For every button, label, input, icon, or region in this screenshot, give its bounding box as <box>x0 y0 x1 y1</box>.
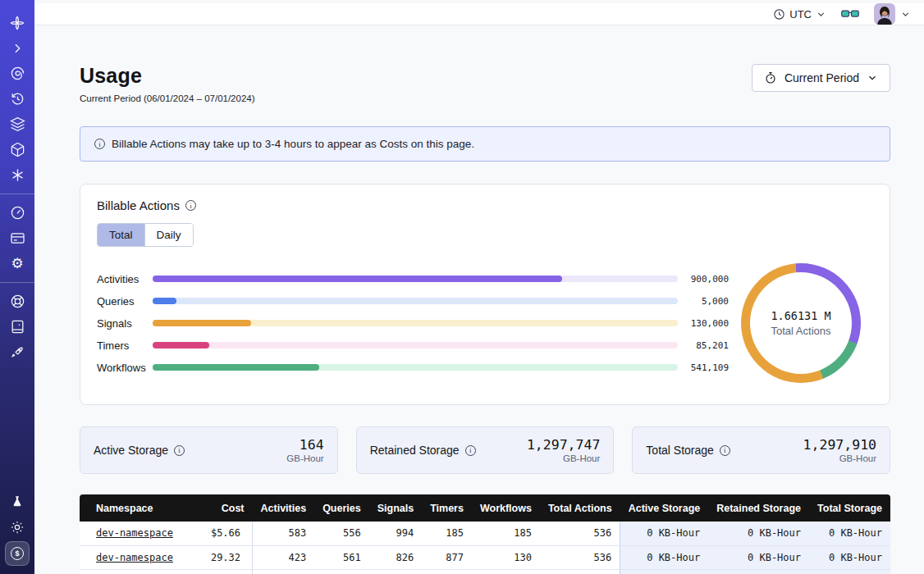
rocket-icon[interactable] <box>0 339 34 365</box>
info-icon[interactable]: i <box>720 445 730 456</box>
timezone-selector[interactable]: UTC <box>773 8 826 20</box>
bar-value: 130,000 <box>678 318 729 329</box>
stopwatch-icon <box>764 71 777 84</box>
activities-cell: 423 <box>253 545 315 569</box>
signals-cell: 883 <box>369 569 422 574</box>
history-clock-icon[interactable] <box>0 86 34 112</box>
total-actions-label: Total Actions <box>771 325 831 337</box>
chevron-down-icon <box>816 9 826 20</box>
page-header: Usage Current Period (06/01/2024 – 07/01… <box>80 64 890 103</box>
layers-icon[interactable] <box>0 112 34 137</box>
billing-card-icon[interactable] <box>0 226 34 251</box>
total-actions-cell: 536 <box>540 545 620 569</box>
active-storage-cell: 0 KB-Hour <box>620 569 709 574</box>
billable-actions-chart: Activities 900,000 Queries 5,000 Signals <box>97 263 873 383</box>
total-actions-cell: 130 <box>540 569 620 574</box>
dashboard-gauge-icon[interactable] <box>0 200 34 226</box>
storage-values: 1,297,910 GB-Hour <box>803 437 876 463</box>
billable-actions-card: Billable Actions i Total Daily Activitie… <box>80 184 890 405</box>
retained-storage-card: Retained Storage i 1,297,747 GB-Hour <box>356 426 615 474</box>
info-icon[interactable]: i <box>174 445 185 456</box>
activities-cell: 492 <box>253 569 315 574</box>
signals-cell: 994 <box>369 522 422 545</box>
cost-cell: 29.32 <box>198 545 252 569</box>
theme-sun-icon[interactable] <box>0 514 34 540</box>
support-lifebuoy-icon[interactable] <box>0 289 34 314</box>
column-header: Signals <box>369 494 422 522</box>
tab-daily[interactable]: Daily <box>144 224 193 246</box>
bar-track <box>153 298 678 304</box>
namespace-cell: dev-namespace <box>80 522 198 545</box>
total-actions-donut: 1.66131 M Total Actions <box>741 263 861 383</box>
storage-unit: GB-Hour <box>803 453 876 463</box>
chevron-down-icon <box>900 9 911 20</box>
sidebar-divider <box>0 194 34 194</box>
storage-label-row: Retained Storage i <box>370 444 476 457</box>
sidebar: ⚙ <box>0 0 34 574</box>
box-icon[interactable] <box>0 137 34 162</box>
main-column: UTC <box>34 0 924 574</box>
storage-unit: GB-Hour <box>286 453 323 463</box>
column-header: Namespace <box>80 494 198 522</box>
bar-row-timers: Timers 85,201 <box>97 335 729 357</box>
bar-label: Workflows <box>97 362 153 374</box>
storage-values: 1,297,747 GB-Hour <box>527 437 600 463</box>
column-header: Workflows <box>472 494 540 522</box>
namespace-link[interactable]: dev-namespace <box>96 552 173 563</box>
billable-actions-title: Billable Actions <box>97 198 180 212</box>
active-storage-cell: 0 KB-Hour <box>620 522 709 545</box>
table-header: Namespace Cost Activities Queries Signal… <box>80 494 890 522</box>
bar-fill <box>153 342 209 348</box>
settings-gear-icon[interactable]: ⚙ <box>0 251 34 276</box>
labs-flask-icon[interactable] <box>0 489 34 514</box>
activities-cell: 583 <box>253 522 315 545</box>
bar-track <box>153 276 678 282</box>
gear-glyph: ⚙ <box>11 257 23 271</box>
period-select-button[interactable]: Current Period <box>752 64 890 92</box>
docs-book-icon[interactable] <box>0 314 34 339</box>
storage-value: 1,297,747 <box>527 437 600 453</box>
bar-label: Signals <box>97 317 153 330</box>
account-menu[interactable] <box>874 3 911 25</box>
dollar-coin-glyph: $ <box>11 547 24 560</box>
column-header: Timers <box>422 494 472 522</box>
bar-value: 541,109 <box>678 362 729 373</box>
period-button-label: Current Period <box>784 71 859 84</box>
workflows-cell: 130 <box>472 545 540 569</box>
column-header: Activities <box>253 494 315 522</box>
bar-label: Queries <box>97 295 153 308</box>
retained-storage-cell: 0 KB-Hour <box>708 545 809 569</box>
chevron-down-icon <box>867 72 878 84</box>
cost-cell: $3.35 <box>198 569 252 574</box>
info-icon[interactable]: i <box>465 445 476 456</box>
feedback-glasses-icon[interactable] <box>841 7 859 20</box>
app-root: ⚙ <box>0 0 924 574</box>
namespaces-icon[interactable] <box>0 61 34 86</box>
storage-unit: GB-Hour <box>527 453 600 463</box>
queries-cell: 536 <box>314 569 369 574</box>
expand-chevron-icon[interactable] <box>0 35 34 61</box>
info-icon[interactable]: i <box>185 200 196 211</box>
sidebar-bottom-group: $ <box>0 489 34 566</box>
storage-value: 164 <box>286 437 323 453</box>
total-actions-cell: 536 <box>540 522 620 545</box>
page-title: Usage <box>80 64 255 88</box>
queries-cell: 561 <box>314 545 369 569</box>
clock-icon <box>773 8 785 20</box>
tab-total[interactable]: Total <box>98 224 144 246</box>
temporal-logo-icon[interactable] <box>0 10 34 35</box>
retained-storage-cell: 0 KB-Hour <box>708 569 809 574</box>
nexus-asterisk-icon[interactable] <box>0 162 34 188</box>
timezone-label: UTC <box>789 8 812 20</box>
namespace-link[interactable]: dev-namespace <box>96 527 173 539</box>
signals-cell: 826 <box>369 545 422 569</box>
bar-fill <box>153 364 319 371</box>
usage-coin-icon-active[interactable]: $ <box>5 541 30 566</box>
storage-label-row: Total Storage i <box>646 444 730 457</box>
storage-values: 164 GB-Hour <box>286 437 323 463</box>
table-row: dev-namespace $3.35 492 536 883 816 600 … <box>80 569 890 574</box>
namespace-cell: dev-namespace <box>80 545 198 569</box>
bar-row-signals: Signals 130,000 <box>97 312 729 335</box>
storage-label: Retained Storage <box>370 444 460 457</box>
bar-label: Activities <box>97 273 153 285</box>
